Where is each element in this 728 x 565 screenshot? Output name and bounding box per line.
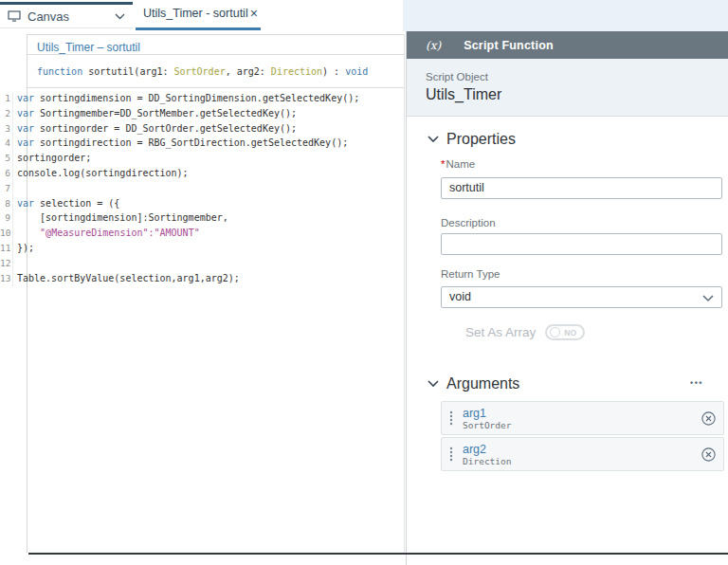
canvas-monitor-icon bbox=[8, 10, 21, 22]
chevron-down-icon bbox=[428, 136, 439, 143]
argument-info: arg2Direction bbox=[463, 443, 701, 466]
line-number: 5 bbox=[0, 152, 13, 167]
set-as-array-label: Set As Array bbox=[465, 325, 536, 339]
description-input[interactable] bbox=[441, 233, 722, 255]
panel-header: (x) Script Function bbox=[407, 31, 728, 59]
set-as-array-toggle[interactable]: NO bbox=[545, 324, 585, 340]
argument-name: arg2 bbox=[463, 443, 701, 456]
script-object-label: Script Object bbox=[426, 71, 728, 82]
line-number: 3 bbox=[0, 122, 13, 137]
line-number: 13 bbox=[0, 272, 13, 287]
argument-type: SortOrder bbox=[463, 420, 701, 430]
code-line[interactable]: 1var sortingdimension = DD_SortingDimens… bbox=[0, 92, 404, 107]
code-line[interactable]: 11}); bbox=[0, 242, 404, 257]
code-line[interactable]: 9 [sortingdimension]:Sortingmember, bbox=[0, 211, 404, 227]
chevron-down-icon bbox=[115, 13, 125, 20]
function-signature: function sortutil(arg1: SortOrder, arg2:… bbox=[27, 55, 404, 88]
set-as-array-row: Set As Array NO bbox=[465, 324, 585, 340]
argument-card-arg2[interactable]: arg2Direction bbox=[441, 437, 724, 471]
script-object-value: Utils_Timer bbox=[426, 86, 728, 103]
code-line[interactable]: 12 bbox=[0, 257, 404, 272]
code-token: var bbox=[17, 108, 40, 118]
tab-close-icon[interactable]: × bbox=[248, 7, 260, 20]
editor-breadcrumb: Utils_Timer – sortutil bbox=[27, 35, 404, 55]
code-token bbox=[17, 228, 40, 238]
drag-handle-icon[interactable] bbox=[449, 447, 453, 462]
line-number: 9 bbox=[0, 211, 13, 227]
code-token: var bbox=[17, 123, 40, 134]
code-token: void bbox=[345, 66, 368, 77]
code-line[interactable]: 10 "@MeasureDimension":"AMOUNT" bbox=[0, 227, 404, 242]
code-line[interactable]: 7 bbox=[0, 182, 404, 197]
code-token: , arg2: bbox=[226, 66, 271, 77]
line-number: 11 bbox=[0, 242, 13, 257]
required-asterisk: * bbox=[441, 158, 445, 170]
code-token: [sortingdimension]:Sortingmember, bbox=[17, 212, 228, 223]
code-token: var bbox=[17, 93, 40, 103]
script-function-panel: (x) Script Function Script Object Utils_… bbox=[406, 31, 728, 565]
chevron-down-icon bbox=[702, 295, 714, 302]
code-line[interactable]: 2var Sortingmember=DD_SortMember.getSele… bbox=[0, 107, 404, 122]
code-token: sortingdirection = RBG_SortDirection.get… bbox=[40, 137, 348, 148]
code-line[interactable]: 5sortingorder; bbox=[0, 152, 404, 167]
argument-name: arg1 bbox=[463, 407, 701, 420]
code-line[interactable]: 6console.log(sortingdirection); bbox=[0, 167, 404, 182]
properties-section-toggle[interactable]: Properties bbox=[428, 131, 516, 148]
chevron-down-icon bbox=[428, 380, 439, 388]
window-bottom-frame bbox=[28, 553, 728, 555]
code-token: sortingdimension = DD_SortingDimension.g… bbox=[40, 93, 359, 103]
argument-type: Direction bbox=[463, 456, 701, 466]
code-line[interactable]: 3var sortingorder = DD_SortOrder.getSele… bbox=[0, 122, 404, 137]
return-type-label: Return Type bbox=[441, 268, 500, 280]
canvas-dropdown-label: Canvas bbox=[27, 9, 115, 24]
code-token: Table.sortByValue(selection,arg1,arg2); bbox=[17, 273, 240, 283]
code-line[interactable]: 13Table.sortByValue(selection,arg1,arg2)… bbox=[0, 272, 404, 287]
code-token: Sortingmember=DD_SortMember.getSelectedK… bbox=[40, 108, 297, 118]
code-token: console.log(sortingdirection); bbox=[17, 168, 189, 178]
remove-argument-icon[interactable] bbox=[701, 411, 716, 426]
code-token: var bbox=[17, 137, 40, 148]
code-token: function bbox=[37, 66, 82, 77]
name-label: *Name bbox=[441, 158, 475, 170]
canvas-page-dropdown[interactable]: Canvas bbox=[0, 2, 133, 28]
line-number: 8 bbox=[0, 197, 13, 212]
line-number: 12 bbox=[0, 257, 13, 272]
tab-label: Utils_Timer - sortutil bbox=[143, 7, 248, 20]
arguments-section-toggle[interactable]: Arguments bbox=[428, 375, 519, 392]
remove-argument-icon[interactable] bbox=[701, 447, 716, 462]
line-number: 1 bbox=[0, 92, 13, 107]
code-line[interactable]: 8var selection = ({ bbox=[0, 197, 404, 212]
return-type-value: void bbox=[449, 290, 471, 303]
description-label: Description bbox=[441, 217, 496, 228]
argument-info: arg1SortOrder bbox=[463, 407, 701, 430]
drag-handle-icon[interactable] bbox=[449, 410, 453, 426]
code-token: SortOrder bbox=[174, 66, 226, 77]
code-token: ) : bbox=[322, 66, 345, 77]
code-token: var bbox=[17, 198, 40, 209]
script-object-block: Script Object Utils_Timer bbox=[407, 59, 728, 117]
code-token: sortingorder; bbox=[17, 153, 91, 163]
code-lines[interactable]: 1var sortingdimension = DD_SortingDimens… bbox=[0, 92, 404, 286]
name-input[interactable]: sortutil bbox=[441, 177, 722, 199]
arguments-overflow-menu[interactable]: ••• bbox=[690, 378, 703, 388]
code-token: "@MeasureDimension":"AMOUNT" bbox=[40, 228, 200, 238]
argument-card-arg1[interactable]: arg1SortOrder bbox=[441, 401, 724, 435]
line-number: 2 bbox=[0, 107, 13, 122]
code-token: }); bbox=[17, 243, 34, 253]
toggle-knob bbox=[550, 327, 560, 337]
code-token: Direction bbox=[271, 66, 322, 77]
toggle-state-label: NO bbox=[564, 328, 576, 337]
code-line[interactable]: 4var sortingdirection = RBG_SortDirectio… bbox=[0, 137, 404, 152]
line-number: 4 bbox=[0, 137, 13, 152]
tab-utils-timer-sortutil[interactable]: Utils_Timer - sortutil × bbox=[136, 2, 261, 30]
script-function-icon: (x) bbox=[426, 39, 441, 52]
panel-title: Script Function bbox=[464, 39, 554, 52]
script-code-editor[interactable]: Utils_Timer – sortutil function sortutil… bbox=[27, 34, 405, 553]
line-number: 7 bbox=[0, 182, 13, 197]
line-number: 10 bbox=[0, 227, 13, 242]
code-token: sortutil(arg1: bbox=[82, 66, 173, 77]
code-token: sortingorder = DD_SortOrder.getSelectedK… bbox=[40, 123, 297, 134]
code-token: selection = ({ bbox=[40, 198, 119, 209]
arguments-heading: Arguments bbox=[446, 375, 519, 392]
return-type-select[interactable]: void bbox=[441, 286, 722, 308]
